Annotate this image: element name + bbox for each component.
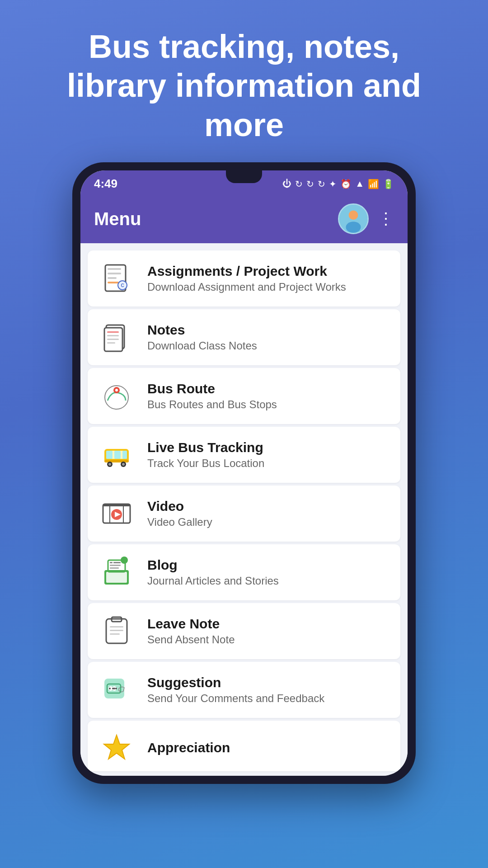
status-time: 4:49 bbox=[94, 177, 117, 191]
bustracking-icon bbox=[99, 437, 135, 473]
svg-rect-36 bbox=[106, 572, 127, 583]
user-avatar[interactable] bbox=[338, 203, 369, 234]
blog-text: Blog Journal Articles and Stories bbox=[147, 557, 279, 587]
svg-rect-38 bbox=[110, 562, 113, 563]
bustracking-title: Live Bus Tracking bbox=[147, 440, 264, 455]
menu-item-video[interactable]: Video Video Gallery bbox=[88, 486, 400, 542]
svg-rect-14 bbox=[107, 339, 119, 340]
svg-rect-47 bbox=[110, 633, 120, 635]
alarm-icon: ⏰ bbox=[340, 179, 352, 189]
busroute-icon bbox=[99, 378, 135, 414]
bustracking-text: Live Bus Tracking Track Your Bus Locatio… bbox=[147, 440, 264, 470]
slack-icon: ✦ bbox=[329, 179, 337, 189]
svg-marker-56 bbox=[104, 735, 129, 759]
svg-rect-7 bbox=[108, 282, 119, 283]
video-text: Video Video Gallery bbox=[147, 499, 212, 528]
svg-point-53 bbox=[109, 688, 111, 689]
assignment-subtitle: Download Assignment and Project Works bbox=[147, 281, 346, 293]
appreciation-title: Appreciation bbox=[147, 740, 230, 755]
blog-icon bbox=[99, 554, 135, 590]
notch bbox=[226, 170, 262, 183]
svg-rect-6 bbox=[108, 277, 117, 279]
svg-text:C: C bbox=[121, 283, 124, 288]
sync-icon: ↻ bbox=[295, 179, 303, 189]
menu-item-notes[interactable]: Notes Download Class Notes bbox=[88, 309, 400, 365]
status-icons: ⏻ ↻ ↻ ↻ ✦ ⏰ ▲ 📶 🔋 bbox=[282, 179, 394, 189]
assignment-icon: C bbox=[99, 260, 135, 297]
video-subtitle: Video Gallery bbox=[147, 516, 212, 528]
svg-rect-45 bbox=[110, 626, 123, 627]
wifi-icon: ▲ bbox=[355, 179, 364, 189]
svg-rect-12 bbox=[107, 331, 119, 333]
svg-point-54 bbox=[112, 688, 114, 689]
svg-rect-21 bbox=[106, 451, 113, 459]
svg-point-42 bbox=[121, 557, 128, 564]
svg-rect-4 bbox=[108, 268, 121, 270]
menu-item-busroute[interactable]: Bus Route Bus Routes and Bus Stops bbox=[88, 368, 400, 424]
sync-icon-3: ↻ bbox=[318, 179, 325, 189]
svg-point-1 bbox=[349, 211, 358, 220]
busroute-title: Bus Route bbox=[147, 381, 277, 396]
svg-point-28 bbox=[122, 463, 125, 466]
svg-rect-39 bbox=[113, 562, 121, 563]
app-bar: Menu ⋮ bbox=[80, 194, 408, 243]
notes-text: Notes Download Class Notes bbox=[147, 322, 257, 352]
svg-point-26 bbox=[108, 463, 111, 466]
signal-icon: 📶 bbox=[368, 179, 379, 189]
svg-point-55 bbox=[115, 688, 117, 689]
blog-subtitle: Journal Articles and Stories bbox=[147, 575, 279, 587]
notes-icon bbox=[99, 319, 135, 355]
phone-wrapper: 4:49 ⏻ ↻ ↻ ↻ ✦ ⏰ ▲ 📶 🔋 Menu bbox=[72, 162, 416, 784]
menu-item-appreciation[interactable]: Appreciation bbox=[88, 721, 400, 771]
video-icon bbox=[99, 495, 135, 532]
bustracking-subtitle: Track Your Bus Location bbox=[147, 457, 264, 470]
suggestion-text: Suggestion Send Your Comments and Feedba… bbox=[147, 675, 324, 705]
sync-icon-2: ↻ bbox=[306, 179, 314, 189]
svg-rect-40 bbox=[110, 565, 121, 566]
svg-rect-23 bbox=[122, 451, 127, 459]
svg-rect-5 bbox=[108, 273, 121, 274]
leavenote-subtitle: Send Absent Note bbox=[147, 633, 235, 646]
menu-item-assignments[interactable]: C Assignments / Project Work Download As… bbox=[88, 250, 400, 307]
suggestion-title: Suggestion bbox=[147, 675, 324, 690]
svg-rect-22 bbox=[114, 451, 121, 459]
menu-item-leavenote[interactable]: Leave Note Send Absent Note bbox=[88, 603, 400, 659]
blog-title: Blog bbox=[147, 557, 279, 573]
svg-point-18 bbox=[115, 389, 118, 392]
svg-rect-13 bbox=[107, 335, 119, 336]
menu-list: C Assignments / Project Work Download As… bbox=[80, 243, 408, 776]
assignment-text: Assignments / Project Work Download Assi… bbox=[147, 264, 346, 293]
app-bar-title: Menu bbox=[94, 209, 141, 229]
leavenote-text: Leave Note Send Absent Note bbox=[147, 616, 235, 646]
notes-title: Notes bbox=[147, 322, 257, 338]
svg-rect-15 bbox=[107, 342, 115, 344]
menu-item-blog[interactable]: Blog Journal Articles and Stories bbox=[88, 544, 400, 600]
suggestion-icon bbox=[99, 672, 135, 708]
svg-point-2 bbox=[346, 222, 361, 233]
app-bar-actions: ⋮ bbox=[338, 203, 394, 234]
hero-section: Bus tracking, notes, library information… bbox=[0, 0, 488, 162]
leavenote-icon bbox=[99, 613, 135, 649]
svg-rect-24 bbox=[104, 460, 129, 462]
menu-item-bustracking[interactable]: Live Bus Tracking Track Your Bus Locatio… bbox=[88, 427, 400, 483]
leavenote-title: Leave Note bbox=[147, 616, 235, 632]
notes-subtitle: Download Class Notes bbox=[147, 340, 257, 352]
busroute-subtitle: Bus Routes and Bus Stops bbox=[147, 398, 277, 411]
svg-rect-30 bbox=[103, 504, 130, 506]
video-title: Video bbox=[147, 499, 212, 514]
battery-icon: ⏻ bbox=[282, 179, 291, 189]
appreciation-icon bbox=[99, 731, 135, 767]
busroute-text: Bus Route Bus Routes and Bus Stops bbox=[147, 381, 277, 411]
more-options-icon[interactable]: ⋮ bbox=[378, 209, 394, 228]
svg-rect-41 bbox=[110, 567, 119, 569]
suggestion-subtitle: Send Your Comments and Feedback bbox=[147, 692, 324, 705]
menu-item-suggestion[interactable]: Suggestion Send Your Comments and Feedba… bbox=[88, 662, 400, 718]
battery-level-icon: 🔋 bbox=[383, 179, 394, 189]
appreciation-text: Appreciation bbox=[147, 740, 230, 757]
svg-rect-46 bbox=[110, 630, 123, 631]
assignment-title: Assignments / Project Work bbox=[147, 264, 346, 279]
